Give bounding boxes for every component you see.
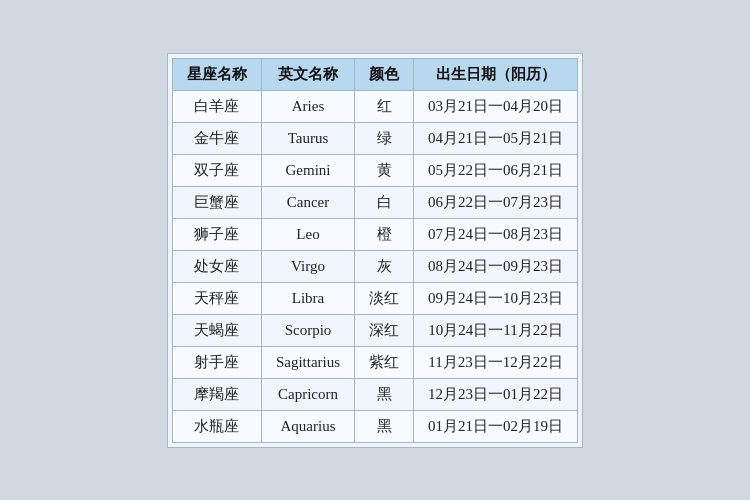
table-cell: Libra xyxy=(261,282,354,314)
table-cell: Sagittarius xyxy=(261,346,354,378)
table-cell: Virgo xyxy=(261,250,354,282)
table-cell: Gemini xyxy=(261,154,354,186)
table-cell: 橙 xyxy=(355,218,414,250)
table-cell: Cancer xyxy=(261,186,354,218)
table-cell: 狮子座 xyxy=(172,218,261,250)
table-cell: 10月24日一11月22日 xyxy=(414,314,578,346)
table-cell: 射手座 xyxy=(172,346,261,378)
table-cell: 黑 xyxy=(355,378,414,410)
table-row: 白羊座Aries红03月21日一04月20日 xyxy=(172,90,577,122)
table-header-cell: 英文名称 xyxy=(261,58,354,90)
table-cell: 绿 xyxy=(355,122,414,154)
table-cell: 天蝎座 xyxy=(172,314,261,346)
table-cell: 09月24日一10月23日 xyxy=(414,282,578,314)
table-cell: 红 xyxy=(355,90,414,122)
table-header-cell: 出生日期（阳历） xyxy=(414,58,578,90)
table-cell: Scorpio xyxy=(261,314,354,346)
table-cell: 白 xyxy=(355,186,414,218)
table-row: 水瓶座Aquarius黑01月21日一02月19日 xyxy=(172,410,577,442)
zodiac-table: 星座名称英文名称颜色出生日期（阳历） 白羊座Aries红03月21日一04月20… xyxy=(172,58,578,443)
table-cell: Leo xyxy=(261,218,354,250)
table-cell: 深红 xyxy=(355,314,414,346)
table-cell: 摩羯座 xyxy=(172,378,261,410)
table-row: 天蝎座Scorpio深红10月24日一11月22日 xyxy=(172,314,577,346)
table-cell: 05月22日一06月21日 xyxy=(414,154,578,186)
table-cell: 灰 xyxy=(355,250,414,282)
table-row: 摩羯座Capricorn黑12月23日一01月22日 xyxy=(172,378,577,410)
table-cell: 12月23日一01月22日 xyxy=(414,378,578,410)
table-header-cell: 星座名称 xyxy=(172,58,261,90)
table-cell: 处女座 xyxy=(172,250,261,282)
table-cell: 01月21日一02月19日 xyxy=(414,410,578,442)
table-row: 巨蟹座Cancer白06月22日一07月23日 xyxy=(172,186,577,218)
table-cell: 11月23日一12月22日 xyxy=(414,346,578,378)
table-cell: 03月21日一04月20日 xyxy=(414,90,578,122)
table-cell: 07月24日一08月23日 xyxy=(414,218,578,250)
table-cell: 08月24日一09月23日 xyxy=(414,250,578,282)
table-row: 双子座Gemini黄05月22日一06月21日 xyxy=(172,154,577,186)
table-header-row: 星座名称英文名称颜色出生日期（阳历） xyxy=(172,58,577,90)
table-cell: Aquarius xyxy=(261,410,354,442)
table-cell: 06月22日一07月23日 xyxy=(414,186,578,218)
table-row: 天秤座Libra淡红09月24日一10月23日 xyxy=(172,282,577,314)
table-cell: 双子座 xyxy=(172,154,261,186)
table-row: 射手座Sagittarius紫红11月23日一12月22日 xyxy=(172,346,577,378)
table-row: 狮子座Leo橙07月24日一08月23日 xyxy=(172,218,577,250)
table-cell: 巨蟹座 xyxy=(172,186,261,218)
table-header-cell: 颜色 xyxy=(355,58,414,90)
table-row: 金牛座Taurus绿04月21日一05月21日 xyxy=(172,122,577,154)
table-cell: 金牛座 xyxy=(172,122,261,154)
table-cell: 天秤座 xyxy=(172,282,261,314)
zodiac-table-wrapper: 星座名称英文名称颜色出生日期（阳历） 白羊座Aries红03月21日一04月20… xyxy=(167,53,583,448)
table-cell: 淡红 xyxy=(355,282,414,314)
table-cell: 水瓶座 xyxy=(172,410,261,442)
table-cell: 紫红 xyxy=(355,346,414,378)
table-cell: Taurus xyxy=(261,122,354,154)
table-body: 白羊座Aries红03月21日一04月20日金牛座Taurus绿04月21日一0… xyxy=(172,90,577,442)
table-cell: 黄 xyxy=(355,154,414,186)
table-cell: 黑 xyxy=(355,410,414,442)
table-cell: 白羊座 xyxy=(172,90,261,122)
table-row: 处女座Virgo灰08月24日一09月23日 xyxy=(172,250,577,282)
table-cell: Capricorn xyxy=(261,378,354,410)
table-cell: Aries xyxy=(261,90,354,122)
table-cell: 04月21日一05月21日 xyxy=(414,122,578,154)
